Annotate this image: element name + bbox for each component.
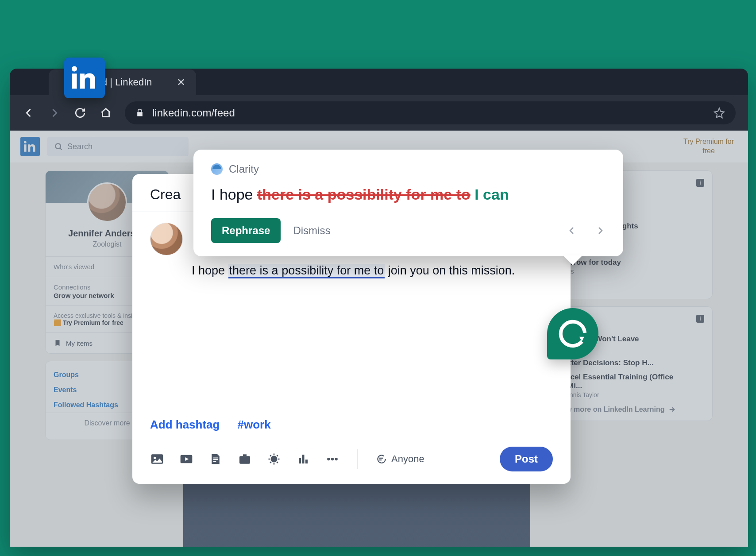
suggestion-insert-text: I can bbox=[474, 186, 509, 203]
address-url: linkedin.com/feed bbox=[152, 107, 235, 119]
back-icon[interactable] bbox=[22, 106, 35, 120]
hashtag-chip[interactable]: #work bbox=[237, 418, 270, 432]
post-button[interactable]: Post bbox=[500, 447, 553, 471]
svg-point-10 bbox=[331, 458, 334, 460]
address-bar[interactable]: linkedin.com/feed bbox=[125, 101, 736, 124]
compose-text-before: I hope bbox=[192, 264, 228, 277]
poll-icon[interactable] bbox=[296, 452, 310, 466]
suggestion-prefix: I hope bbox=[211, 186, 257, 203]
add-hashtag-button[interactable]: Add hashtag bbox=[150, 418, 220, 432]
forward-icon[interactable] bbox=[48, 106, 61, 120]
star-icon[interactable] bbox=[714, 107, 725, 119]
audience-selector[interactable]: Anyone bbox=[375, 453, 424, 465]
dismiss-button[interactable]: Dismiss bbox=[293, 224, 330, 237]
reload-icon[interactable] bbox=[73, 106, 87, 120]
suggestion-category: Clarity bbox=[211, 163, 606, 175]
lock-icon bbox=[135, 108, 144, 117]
grammarly-icon bbox=[558, 319, 588, 349]
address-bar-row: linkedin.com/feed bbox=[10, 95, 748, 131]
chat-icon bbox=[375, 453, 387, 465]
svg-point-5 bbox=[271, 456, 278, 463]
linkedin-favicon bbox=[64, 58, 105, 98]
compose-text-flagged: there is a possibility for me to bbox=[228, 264, 385, 278]
close-icon[interactable]: ✕ bbox=[177, 76, 185, 89]
celebrate-icon[interactable] bbox=[267, 452, 281, 466]
svg-rect-8 bbox=[305, 459, 308, 463]
suggestion-sentence: I hope there is a possibility for me to … bbox=[211, 186, 606, 203]
rephrase-button[interactable]: Rephrase bbox=[211, 218, 281, 243]
tab-strip: Feed | LinkedIn ✕ bbox=[10, 69, 748, 95]
svg-rect-4 bbox=[239, 456, 250, 463]
svg-point-11 bbox=[335, 458, 338, 460]
compose-toolbar: Anyone Post bbox=[150, 440, 553, 471]
compose-avatar[interactable] bbox=[150, 223, 183, 255]
svg-point-12 bbox=[558, 319, 588, 349]
video-icon[interactable] bbox=[179, 452, 193, 466]
divider bbox=[357, 449, 358, 469]
grammarly-button[interactable] bbox=[547, 308, 598, 359]
more-icon[interactable] bbox=[325, 452, 339, 466]
home-icon[interactable] bbox=[99, 106, 112, 120]
suggestion-strike: there is a possibility for me to bbox=[257, 186, 471, 203]
document-icon[interactable] bbox=[208, 452, 223, 466]
svg-point-2 bbox=[154, 457, 156, 459]
compose-textarea[interactable]: I hope there is a possibility for me to … bbox=[192, 262, 553, 280]
svg-rect-7 bbox=[302, 455, 305, 463]
image-icon[interactable] bbox=[150, 452, 164, 466]
compose-text-after: join you on this mission. bbox=[385, 264, 515, 277]
svg-point-9 bbox=[327, 458, 330, 460]
next-suggestion-icon[interactable] bbox=[595, 225, 606, 236]
briefcase-icon[interactable] bbox=[238, 452, 252, 466]
svg-rect-6 bbox=[299, 458, 301, 464]
clarity-icon bbox=[211, 163, 223, 175]
grammarly-suggestion-popover: Clarity I hope there is a possibility fo… bbox=[193, 150, 623, 256]
prev-suggestion-icon[interactable] bbox=[567, 225, 577, 236]
